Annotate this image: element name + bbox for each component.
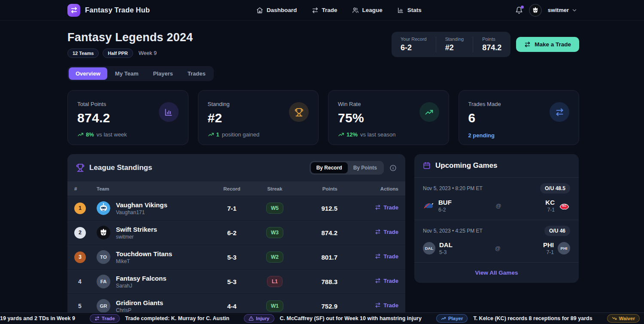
team-points: 912.5 — [296, 205, 337, 212]
nav-item-league[interactable]: League — [352, 7, 383, 14]
team-avatar-initials: TO — [97, 250, 110, 264]
trade-action-link[interactable]: Trade — [375, 229, 398, 235]
nav-label: Dashboard — [267, 7, 297, 13]
swap-icon — [94, 316, 100, 321]
nav-item-dashboard[interactable]: Dashboard — [256, 7, 297, 14]
record-label: Your Record — [401, 36, 427, 42]
league-meta: 12 Teams Half PPR Week 9 — [67, 48, 193, 58]
trend-suffix: vs last week — [97, 131, 127, 138]
tab-my-team[interactable]: My Team — [108, 67, 146, 80]
user-menu[interactable]: switmer — [548, 7, 577, 13]
tab-players[interactable]: Players — [146, 67, 180, 80]
main-nav: Dashboard Trade League Stats — [243, 7, 422, 14]
week-label: Week 9 — [139, 50, 157, 56]
make-a-trade-button[interactable]: Make a Trade — [516, 37, 579, 52]
notification-dot — [521, 6, 524, 9]
team-name: Gridiron Giants — [116, 299, 163, 306]
trade-action-link[interactable]: Trade — [375, 278, 398, 284]
home-team-record: 7-1 — [543, 249, 554, 255]
swap-icon — [550, 102, 569, 122]
at-symbol: @ — [453, 245, 543, 251]
team-record: 5-3 — [210, 254, 253, 261]
swap-icon — [312, 7, 319, 14]
away-team-record: 5-3 — [439, 249, 453, 255]
toggle-by-points[interactable]: By Points — [348, 162, 383, 173]
nav-label: Trade — [322, 7, 337, 13]
tab-trades[interactable]: Trades — [181, 67, 213, 80]
trade-action-link[interactable]: Trade — [375, 302, 398, 309]
standings-tools: By Record By Points — [310, 161, 397, 175]
trend-down-icon — [612, 316, 617, 321]
streak-badge: W3 — [266, 227, 283, 238]
league-standings-panel: League Standings By Record By Points # T… — [67, 154, 405, 318]
away-team-abbr: DAL — [439, 241, 453, 248]
streak-badge: W2 — [266, 251, 283, 263]
rank-number: 4 — [74, 278, 97, 285]
notifications-bell-icon[interactable] — [515, 6, 523, 14]
team-record: 5-3 — [210, 278, 253, 285]
team-points: 788.3 — [296, 278, 337, 285]
team-record: 7-1 — [210, 205, 253, 212]
player-badge: Player — [436, 314, 468, 323]
table-row: 4 FA Fantasy Falcons SarahJ 5-3 L1 788.3… — [67, 269, 405, 294]
trophy-icon — [289, 102, 309, 122]
user-avatar[interactable] — [529, 4, 542, 17]
standing-cell: Standing #2 — [436, 36, 473, 52]
tab-overview[interactable]: Overview — [69, 67, 107, 80]
hero-right: Your Record 6-2 Standing #2 Points 874.2… — [392, 32, 579, 57]
hero-left: Fantasy Legends 2024 12 Teams Half PPR W… — [67, 31, 193, 58]
stat-card-win-rate: Win Rate 75% 12% vs last season — [328, 90, 449, 145]
streak-badge: L1 — [267, 276, 283, 287]
team-avatar-robot — [97, 201, 110, 215]
scoring-badge: Half PPR — [103, 48, 133, 58]
trade-action-link[interactable]: Trade — [375, 204, 398, 211]
over-under-badge: O/U 48.5 — [540, 183, 570, 194]
trend-value: 1 — [216, 131, 219, 138]
waiver-badge: Waiver — [607, 314, 640, 323]
page-title: Fantasy Legends 2024 — [67, 31, 193, 44]
nav-item-stats[interactable]: Stats — [397, 7, 422, 14]
stat-card-standing: Standing #2 1 position gained — [198, 90, 319, 145]
trend-up-icon — [419, 102, 439, 122]
main-content: League Standings By Record By Points # T… — [67, 154, 579, 318]
trade-label: Trade — [383, 204, 398, 211]
chiefs-logo-icon: KC — [559, 200, 570, 212]
col-team: Team — [97, 186, 210, 191]
users-icon — [352, 7, 359, 14]
nav-item-trade[interactable]: Trade — [312, 7, 337, 14]
brand[interactable]: Fantasy Trade Hub — [67, 4, 150, 17]
team-name: Touchdown Titans — [116, 250, 172, 257]
points-cell: Points 874.2 — [473, 36, 510, 52]
col-streak: Streak — [253, 186, 296, 191]
rank-badge: 3 — [74, 251, 86, 263]
table-row: 1 Vaughan Vikings Vaughan171 7-1 W5 912.… — [67, 196, 405, 220]
team-name: Swift Strikers — [116, 226, 157, 233]
team-record: 4-4 — [210, 303, 253, 310]
info-icon[interactable] — [389, 164, 397, 172]
at-symbol: @ — [452, 203, 546, 209]
team-name: Vaughan Vikings — [116, 201, 167, 209]
trade-action-link[interactable]: Trade — [375, 253, 398, 260]
col-record: Record — [210, 186, 253, 191]
record-value: 874.2 — [482, 43, 501, 52]
alert-triangle-icon — [249, 316, 254, 321]
trend-suffix: position gained — [222, 131, 259, 138]
record-summary-card: Your Record 6-2 Standing #2 Points 874.2 — [392, 32, 510, 57]
badge-label: Trade — [102, 316, 115, 321]
svg-text:KC: KC — [562, 204, 567, 207]
hero-section: Fantasy Legends 2024 12 Teams Half PPR W… — [0, 21, 644, 58]
trade-label: Trade — [383, 278, 398, 284]
view-all-games-link[interactable]: View All Games — [414, 263, 579, 283]
team-points: 801.7 — [296, 254, 337, 261]
home-icon — [256, 7, 263, 14]
bar-chart-icon — [159, 102, 179, 122]
toggle-by-record[interactable]: By Record — [311, 162, 348, 173]
col-points: Points — [296, 186, 337, 191]
record-value: #2 — [445, 43, 464, 52]
username: switmer — [548, 7, 569, 13]
ticker-item: Player T. Kelce (KC) records 8 reception… — [436, 314, 592, 323]
sort-toggle: By Record By Points — [310, 161, 384, 175]
table-row: 3 TO Touchdown Titans MikeT 5-3 W2 801.7… — [67, 245, 405, 269]
team-avatar-mascot — [97, 226, 110, 239]
tabs-row: Overview My Team Players Trades — [0, 58, 644, 81]
